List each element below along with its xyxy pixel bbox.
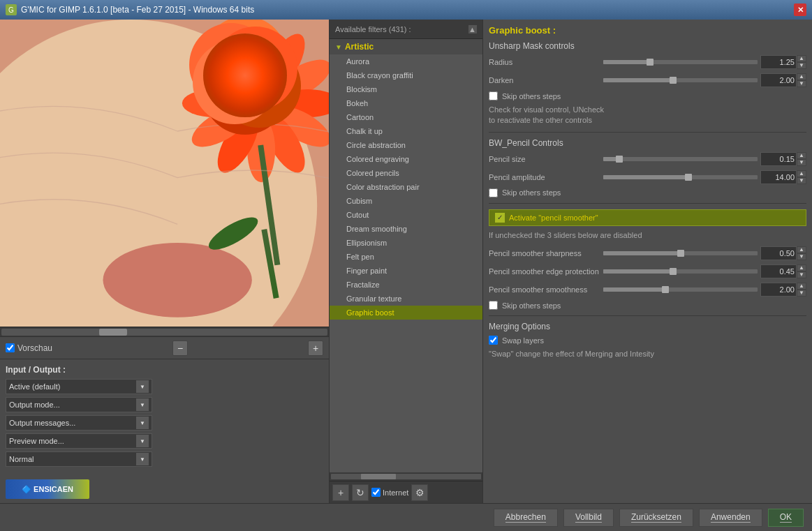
anwenden-label: Anwenden <box>711 512 751 523</box>
sharpness-thumb[interactable] <box>677 250 684 257</box>
filter-list[interactable]: ▼ Artistic Aurora Black crayon graffiti … <box>330 39 482 472</box>
edge-protection-spin-up[interactable]: ▲ <box>797 264 806 271</box>
filter-item-colored-engraving[interactable]: Colored engraving <box>330 152 482 166</box>
filter-item-cubism[interactable]: Cubism <box>330 194 482 208</box>
filter-item-black-crayon[interactable]: Black crayon graffiti <box>330 68 482 82</box>
filter-item-fractalize[interactable]: Fractalize <box>330 278 482 292</box>
vollbild-button[interactable]: Vollbild <box>563 509 614 527</box>
sharpness-input[interactable]: 0.50 <box>760 246 797 260</box>
edge-protection-slider[interactable] <box>603 269 758 274</box>
filter-item-cartoon[interactable]: Cartoon <box>330 110 482 124</box>
output-mode-dropdown[interactable]: Output mode... ▼ <box>6 397 152 412</box>
filter-item-blockism[interactable]: Blockism <box>330 82 482 96</box>
close-button[interactable]: ✕ <box>794 3 806 16</box>
refresh-button[interactable]: ↻ <box>352 484 369 501</box>
darken-input[interactable]: 2.00 <box>760 73 797 87</box>
preview-checkbox[interactable] <box>6 343 15 352</box>
zoom-in-button[interactable]: + <box>308 341 323 356</box>
darken-slider[interactable] <box>603 78 758 82</box>
zuruecksetzen-button[interactable]: Zurücksetzen <box>619 509 693 527</box>
smoothness-spin-up[interactable]: ▲ <box>797 283 806 290</box>
ok-button[interactable]: OK <box>768 509 804 527</box>
darken-spin-down[interactable]: ▼ <box>797 80 806 87</box>
filter-scrollbar-h[interactable] <box>330 472 482 481</box>
internet-checkbox-row[interactable]: Internet <box>371 488 408 497</box>
filter-item-ellipsionism[interactable]: Ellipsionism <box>330 236 482 250</box>
edge-protection-row: Pencil smoother edge protection 0.45 ▲ ▼ <box>489 264 806 278</box>
anwenden-button[interactable]: Anwenden <box>699 509 762 527</box>
skip-others-3-row: Skip others steps <box>489 301 806 310</box>
pencil-amplitude-input[interactable]: 14.00 <box>760 170 797 184</box>
radius-input[interactable]: 1.25 <box>760 55 797 69</box>
internet-checkbox[interactable] <box>371 488 381 497</box>
active-default-dropdown[interactable]: Active (default) ▼ <box>6 379 152 394</box>
normal-dropdown[interactable]: Normal ▼ <box>6 451 152 467</box>
swap-layers-row: Swap layers <box>489 336 806 345</box>
settings-button[interactable]: ⚙ <box>411 484 428 501</box>
radius-row: Radius 1.25 ▲ ▼ <box>489 55 806 69</box>
smoothness-slider[interactable] <box>603 287 758 292</box>
smoothness-input[interactable]: 2.00 <box>760 283 797 297</box>
pencil-size-spin-down[interactable]: ▼ <box>797 159 806 166</box>
filter-item-aurora[interactable]: Aurora <box>330 54 482 68</box>
pencil-amplitude-thumb[interactable] <box>685 174 692 181</box>
artistic-category[interactable]: ▼ Artistic <box>330 39 482 54</box>
pencil-size-spin-up[interactable]: ▲ <box>797 152 806 159</box>
logo-area: 🔷 ENSICAEN <box>0 475 329 503</box>
activate-pencil-smoother-btn[interactable]: ✓ Activate "pencil smoother" <box>489 209 806 226</box>
svg-point-16 <box>243 84 280 121</box>
pencil-amplitude-slider[interactable] <box>603 175 758 179</box>
pencil-size-slider[interactable] <box>603 157 758 161</box>
zoom-out-button[interactable]: − <box>172 341 188 356</box>
sharpness-row: Pencil smoother sharpness 0.50 ▲ ▼ <box>489 246 806 260</box>
input-output-section: Input / Output : Active (default) ▼ Outp… <box>0 359 329 475</box>
filter-item-graphic-boost[interactable]: Graphic boost <box>330 306 482 320</box>
filter-item-felt-pen[interactable]: Felt pen <box>330 250 482 264</box>
filter-item-color-abstraction[interactable]: Color abstraction pair <box>330 180 482 194</box>
filter-item-chalk[interactable]: Chalk it up <box>330 124 482 138</box>
filter-item-bokeh[interactable]: Bokeh <box>330 96 482 110</box>
sharpness-spin-up[interactable]: ▲ <box>797 246 806 253</box>
horizontal-scrollbar[interactable] <box>0 327 329 336</box>
edge-protection-thumb[interactable] <box>670 268 677 275</box>
filter-item-finger-paint[interactable]: Finger paint <box>330 264 482 278</box>
pencil-amplitude-spin-down[interactable]: ▼ <box>797 177 806 184</box>
pencil-size-input[interactable]: 0.15 <box>760 152 797 166</box>
preview-mode-dropdown[interactable]: Preview mode... ▼ <box>6 433 152 449</box>
filter-item-cutout[interactable]: Cutout <box>330 208 482 222</box>
sharpness-slider[interactable] <box>603 251 758 255</box>
pencil-amplitude-spin-up[interactable]: ▲ <box>797 170 806 177</box>
darken-spin-up[interactable]: ▲ <box>797 73 806 80</box>
radius-spin-up[interactable]: ▲ <box>797 55 806 62</box>
smoothness-spin-down[interactable]: ▼ <box>797 290 806 297</box>
radius-slider[interactable] <box>603 60 758 64</box>
skip-others-1-checkbox[interactable] <box>489 91 498 100</box>
radius-thumb[interactable] <box>647 59 654 66</box>
filter-item-colored-pencils[interactable]: Colored pencils <box>330 166 482 180</box>
pencil-size-row: Pencil size 0.15 ▲ ▼ <box>489 152 806 166</box>
swap-layers-checkbox[interactable] <box>489 336 498 345</box>
filter-item-dream[interactable]: Dream smoothing <box>330 222 482 236</box>
darken-thumb[interactable] <box>670 77 677 84</box>
edge-protection-spin-down[interactable]: ▼ <box>797 271 806 278</box>
skip-others-2-checkbox[interactable] <box>489 188 498 197</box>
sharpness-spin-down[interactable]: ▼ <box>797 253 806 260</box>
edge-protection-input[interactable]: 0.45 <box>760 264 797 278</box>
smoothness-number: 2.00 ▲ ▼ <box>760 283 806 297</box>
active-default-row: Active (default) ▼ <box>6 379 323 394</box>
add-filter-button[interactable]: + <box>332 484 349 501</box>
filter-scroll-up[interactable]: ▲ <box>468 25 477 33</box>
abbrechen-button[interactable]: Abbrechen <box>494 509 558 527</box>
preview-controls: Vorschau − + <box>0 336 329 359</box>
output-messages-dropdown[interactable]: Output messages... ▼ <box>6 415 152 431</box>
radius-spin-down[interactable]: ▼ <box>797 62 806 69</box>
filter-item-circle[interactable]: Circle abstraction <box>330 138 482 152</box>
pencil-size-thumb[interactable] <box>616 156 623 163</box>
darken-fill <box>603 78 672 82</box>
output-messages-label: Output messages... <box>9 419 75 427</box>
preview-checkbox-row[interactable]: Vorschau <box>6 343 52 353</box>
skip-others-3-checkbox[interactable] <box>489 301 498 310</box>
filter-item-granular[interactable]: Granular texture <box>330 292 482 306</box>
smoothness-thumb[interactable] <box>662 286 669 293</box>
preview-image <box>0 20 329 327</box>
